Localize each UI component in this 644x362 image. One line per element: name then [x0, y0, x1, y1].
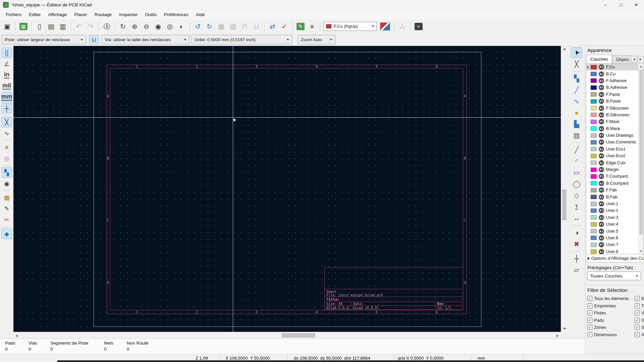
scroll-right-icon[interactable]	[556, 334, 558, 338]
route-tracks-tool-button[interactable]: ╱	[571, 84, 582, 95]
filter-graphiques[interactable]: ✓Graphiques	[635, 317, 644, 324]
layers-scrollbar[interactable]	[638, 64, 643, 254]
delete-tool-button[interactable]: ✖	[571, 239, 582, 249]
place-via-tool-button[interactable]: ●	[571, 107, 582, 118]
checkbox-checked-icon[interactable]: ✓	[635, 332, 640, 337]
layer-color-swatch[interactable]	[591, 249, 597, 254]
layer-visibility-eye-icon[interactable]	[599, 146, 604, 152]
draw-zone-tool-button[interactable]: ▙	[571, 119, 582, 129]
checkbox-checked-icon[interactable]: ✓	[587, 318, 592, 323]
layer-row-user-2[interactable]: User.2	[586, 207, 643, 214]
layer-color-swatch[interactable]	[591, 126, 597, 131]
scroll-down-icon[interactable]	[640, 250, 642, 252]
tab-couches[interactable]: Couches	[586, 55, 612, 63]
layer-visibility-eye-icon[interactable]	[599, 112, 604, 118]
layer-color-swatch[interactable]	[591, 65, 597, 69]
draw-line-tool-button[interactable]: ╱	[571, 144, 582, 155]
menu-placer[interactable]: Placer	[71, 11, 91, 18]
layer-visibility-eye-icon[interactable]	[599, 126, 604, 131]
layer-visibility-eye-icon[interactable]	[599, 85, 604, 90]
pad-display-mode-button[interactable]: ◎	[1, 153, 12, 164]
layer-color-swatch[interactable]	[591, 202, 597, 206]
layer-color-swatch[interactable]	[591, 174, 597, 179]
layer-row-user-eco1[interactable]: User.Eco1	[586, 146, 643, 153]
save-button[interactable]: ▣	[1, 21, 13, 32]
cross-probe-button[interactable]: ✂	[1, 215, 12, 225]
layer-row-b-cu[interactable]: B.Cu	[586, 70, 643, 77]
layer-visibility-eye-icon[interactable]	[599, 222, 604, 227]
filter-elements-verrouilles[interactable]: ✓Eléments verrouillés	[635, 295, 644, 302]
layer-visibility-eye-icon[interactable]	[599, 215, 604, 220]
layer-row-user-4[interactable]: User.4	[586, 221, 643, 228]
grid-visibility-button[interactable]: ⣿	[1, 48, 12, 58]
polar-coordinates-button[interactable]: ∠	[1, 59, 12, 69]
lock-button[interactable]: ⊓	[239, 21, 251, 32]
checkbox-checked-icon[interactable]: ✓	[635, 318, 640, 323]
menu-editer[interactable]: Editer	[25, 11, 44, 18]
ungroup-button[interactable]: ▧	[227, 21, 239, 32]
layer-row-f-adhesive[interactable]: F.Adhesive	[586, 77, 643, 84]
page-settings-button[interactable]: ▯	[34, 21, 45, 32]
checkbox-checked-icon[interactable]: ✓	[587, 296, 592, 301]
layer-color-swatch[interactable]	[591, 154, 597, 158]
canvas-horizontal-scrollbar[interactable]	[13, 332, 561, 339]
print-button[interactable]: ▤	[45, 21, 57, 32]
layer-visibility-eye-icon[interactable]	[599, 106, 604, 111]
layer-color-swatch[interactable]	[591, 243, 597, 247]
redo-button[interactable]: ↷	[85, 21, 97, 32]
layer-visibility-eye-icon[interactable]	[599, 249, 604, 254]
layer-row-f-cu[interactable]: ▶F.Cu	[586, 64, 643, 70]
layer-row-user-8[interactable]: User.8	[586, 248, 643, 254]
layer-row-user-5[interactable]: User.5	[586, 228, 643, 234]
zoom-in-button[interactable]: ⊕	[129, 21, 141, 32]
layer-visibility-eye-icon[interactable]	[599, 201, 604, 206]
checkbox-checked-icon[interactable]: ✓	[587, 310, 592, 315]
layer-visibility-eye-icon[interactable]	[599, 71, 604, 77]
layer-row-margin[interactable]: Margin	[586, 166, 643, 173]
layer-color-swatch[interactable]	[591, 113, 597, 117]
layer-visibility-eye-icon[interactable]	[599, 181, 604, 186]
filter-autres-elements[interactable]: ✓Autres éléments	[635, 331, 644, 339]
layer-color-swatch[interactable]	[591, 92, 597, 97]
layer-row-user-3[interactable]: User.3	[586, 214, 643, 221]
layers-scroll-thumb[interactable]	[639, 70, 643, 235]
rotate-cw-button[interactable]: ↻	[204, 21, 215, 32]
layer-color-swatch[interactable]	[591, 181, 597, 185]
filter-vias[interactable]: ✓Vias	[635, 309, 644, 317]
scroll-up-icon[interactable]	[640, 66, 642, 67]
canvas-vertical-scrollbar[interactable]	[561, 46, 568, 332]
layer-row-b-courtyard[interactable]: B.Courtyard	[586, 180, 643, 187]
layer-row-f-fab[interactable]: F.Fab	[586, 187, 643, 193]
layer-visibility-eye-icon[interactable]	[599, 139, 604, 145]
scroll-left-icon[interactable]	[16, 334, 18, 338]
interactive-router-settings-button[interactable]: ∴	[396, 21, 408, 32]
add-text-tool-button[interactable]: T	[571, 201, 582, 212]
layer-color-swatch[interactable]	[591, 188, 597, 192]
checkbox-checked-icon[interactable]: ✓	[587, 325, 592, 330]
layer-visibility-eye-icon[interactable]	[599, 78, 604, 83]
track-width-dropdown[interactable]: Piste: utiliser largeur de netclasse	[2, 35, 86, 44]
layer-color-swatch[interactable]	[591, 85, 597, 90]
layer-color-swatch[interactable]	[591, 106, 597, 110]
zone-fill-mode-button[interactable]: ▩	[1, 192, 12, 203]
undo-button[interactable]: ↶	[73, 21, 85, 32]
menu-routage[interactable]: Routage	[91, 11, 115, 18]
layer-row-user-1[interactable]: User.1	[586, 200, 643, 207]
display-options-expander[interactable]: Options d'Affichage des Co	[586, 254, 644, 262]
zone-outline-mode-button[interactable]: ✎	[1, 203, 12, 214]
layer-color-swatch[interactable]	[591, 236, 597, 240]
plot-button[interactable]: ▥	[57, 21, 69, 32]
auto-track-width-toggle[interactable]: ⊔	[89, 35, 99, 44]
layer-visibility-eye-icon[interactable]	[599, 160, 604, 166]
scroll-up-icon[interactable]	[563, 48, 566, 50]
layer-visibility-eye-icon[interactable]	[599, 99, 604, 104]
scroll-down-icon[interactable]	[563, 328, 566, 330]
layer-visibility-eye-icon[interactable]	[599, 64, 604, 70]
zoom-fit-objects-button[interactable]: ◎	[164, 21, 176, 32]
vertical-scroll-thumb[interactable]	[562, 189, 567, 220]
drc-check-button[interactable]: ✓	[278, 21, 290, 32]
crosshair-full-window-button[interactable]: ┼	[1, 103, 12, 113]
checkbox-checked-icon[interactable]: ✓	[635, 303, 640, 308]
filter-texte[interactable]: ✓Texte	[635, 302, 644, 310]
layer-color-swatch[interactable]	[591, 140, 597, 144]
